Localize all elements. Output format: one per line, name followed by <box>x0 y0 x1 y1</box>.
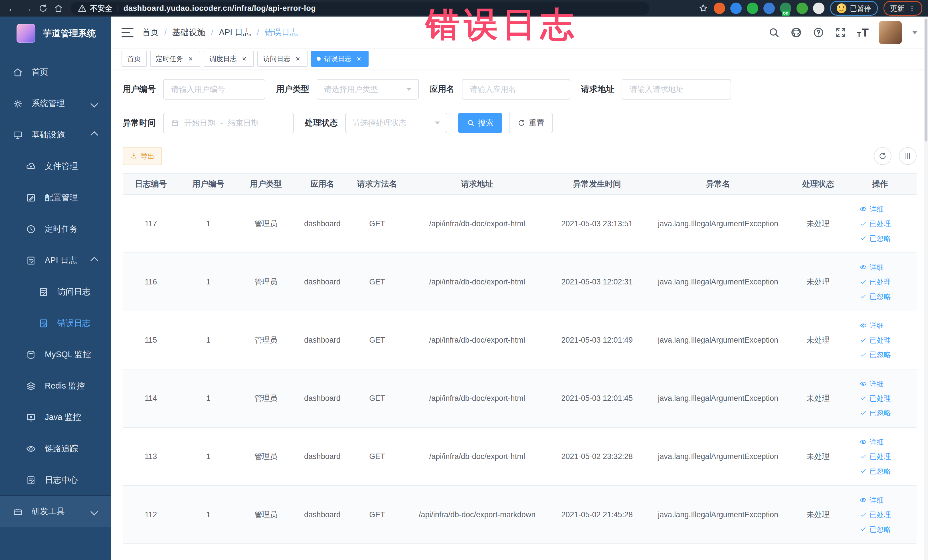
sidebar-item-api-log[interactable]: API 日志 <box>0 245 111 276</box>
back-icon[interactable]: ← <box>6 2 19 15</box>
tab-定时任务[interactable]: 定时任务× <box>150 51 200 67</box>
tab-访问日志[interactable]: 访问日志× <box>257 51 308 67</box>
app-name-input[interactable] <box>462 79 570 99</box>
avatar-caret-down-icon[interactable] <box>912 31 918 34</box>
tab-首页[interactable]: 首页 <box>122 51 147 67</box>
extension-green-check-icon[interactable] <box>747 3 758 14</box>
sidebar-item-mysql[interactable]: MySQL 监控 <box>0 339 111 370</box>
end-date-placeholder: 结束日期 <box>228 118 259 128</box>
cell-method: GET <box>351 452 404 461</box>
filter-process-status: 处理状态 请选择处理状态 <box>305 113 447 133</box>
close-tab-icon[interactable]: × <box>186 55 195 63</box>
action-已忽略[interactable]: 已忽略 <box>859 292 891 301</box>
sidebar-item-error-log[interactable]: 错误日志 <box>0 308 111 339</box>
action-已忽略[interactable]: 已忽略 <box>859 233 891 243</box>
extension-puzzle-icon[interactable] <box>813 3 824 14</box>
action-详细[interactable]: 详细 <box>859 263 884 272</box>
github-icon[interactable] <box>790 26 802 38</box>
action-已处理[interactable]: 已处理 <box>859 394 891 403</box>
home-icon[interactable] <box>52 2 65 15</box>
cell-log-id: 117 <box>123 220 179 228</box>
fullscreen-icon[interactable] <box>835 26 847 38</box>
breadcrumb-item[interactable]: 基础设施 <box>172 27 205 38</box>
action-已忽略[interactable]: 已忽略 <box>859 467 891 476</box>
action-详细[interactable]: 详细 <box>859 321 884 330</box>
extension-orange-icon[interactable] <box>714 3 725 14</box>
sidebar-item-label: 系统管理 <box>32 98 65 109</box>
action-已处理[interactable]: 已处理 <box>859 219 891 229</box>
cell-actions: 详细已处理已忽略 <box>844 496 917 534</box>
font-size-icon[interactable]: TT <box>857 27 868 38</box>
search-icon[interactable] <box>768 26 780 38</box>
date-range-picker[interactable]: 开始日期 - 结束日期 <box>163 113 294 133</box>
user-avatar[interactable] <box>879 21 902 44</box>
sidebar-item-label: API 日志 <box>45 255 77 266</box>
sidebar-item-trace[interactable]: 链路追踪 <box>0 433 111 464</box>
action-已处理[interactable]: 已处理 <box>859 336 891 345</box>
action-已忽略[interactable]: 已忽略 <box>859 408 891 418</box>
action-已忽略[interactable]: 已忽略 <box>859 525 891 534</box>
user-type-select[interactable]: 请选择用户类型 <box>317 79 419 99</box>
bookmark-star-icon[interactable] <box>698 3 708 13</box>
action-已处理[interactable]: 已处理 <box>859 510 891 519</box>
profile-paused-badge[interactable]: 已暂停 <box>830 1 878 16</box>
sidebar-item-infra[interactable]: 基础设施 <box>0 119 111 151</box>
action-已处理[interactable]: 已处理 <box>859 452 891 461</box>
action-已忽略[interactable]: 已忽略 <box>859 350 891 359</box>
sidebar-item-dev-tools[interactable]: 研发工具 <box>0 496 111 527</box>
sidebar-item-config[interactable]: 配置管理 <box>0 182 111 214</box>
export-button[interactable]: 导出 <box>123 147 162 165</box>
action-label: 详细 <box>870 263 884 272</box>
close-tab-icon[interactable]: × <box>355 55 363 63</box>
request-url-input[interactable] <box>621 79 731 99</box>
cell-app-name: dashboard <box>294 394 351 403</box>
sidebar-item-home[interactable]: 首页 <box>0 56 111 88</box>
chrome-menu-icon[interactable] <box>908 5 916 12</box>
action-详细[interactable]: 详细 <box>859 496 884 505</box>
close-tab-icon[interactable]: × <box>240 55 248 63</box>
columns-setting-icon[interactable] <box>899 147 917 165</box>
extension-green-leaf-icon[interactable] <box>797 3 808 14</box>
action-详细[interactable]: 详细 <box>859 204 884 214</box>
extension-blue-grid-icon[interactable] <box>763 3 775 14</box>
cell-status: 未处理 <box>793 277 844 287</box>
help-icon[interactable] <box>812 26 824 38</box>
column-header: 请求地址 <box>404 179 551 189</box>
eye-icon <box>859 205 867 213</box>
user-id-input[interactable] <box>163 79 265 99</box>
cell-exception: java.lang.IllegalArgumentException <box>644 452 793 461</box>
forward-icon[interactable]: → <box>21 2 34 15</box>
sidebar-item-access-log[interactable]: 访问日志 <box>0 276 111 308</box>
tab-错误日志[interactable]: 错误日志× <box>311 51 369 67</box>
sidebar-item-system[interactable]: 系统管理 <box>0 88 111 119</box>
tab-调度日志[interactable]: 调度日志× <box>204 51 254 67</box>
extension-blue-shield-icon[interactable] <box>730 3 742 14</box>
reset-button[interactable]: 重置 <box>509 113 553 133</box>
update-label: 更新 <box>890 4 904 13</box>
eye-icon <box>859 496 867 504</box>
column-header: 应用名 <box>294 179 351 189</box>
sidebar-item-file[interactable]: 文件管理 <box>0 151 111 182</box>
action-已处理[interactable]: 已处理 <box>859 277 891 287</box>
sidebar-item-redis[interactable]: Redis 监控 <box>0 370 111 402</box>
reload-icon[interactable] <box>37 2 50 15</box>
chrome-update-badge[interactable]: 更新 <box>884 1 922 16</box>
breadcrumb-item[interactable]: API 日志 <box>219 27 251 38</box>
sidebar-item-job[interactable]: 定时任务 <box>0 214 111 245</box>
address-bar[interactable]: 不安全 | dashboard.yudao.iocoder.cn/infra/l… <box>71 2 649 15</box>
sidebar-item-log-center[interactable]: 日志中心 <box>0 464 111 496</box>
cell-actions: 详细已处理已忽略 <box>844 263 917 301</box>
column-header: 操作 <box>844 179 917 189</box>
close-tab-icon[interactable]: × <box>294 55 302 63</box>
search-button[interactable]: 搜索 <box>458 113 502 133</box>
breadcrumb-item[interactable]: 首页 <box>142 27 159 38</box>
extension-on-badge-icon[interactable]: on <box>780 3 791 14</box>
action-详细[interactable]: 详细 <box>859 437 884 447</box>
app-logo[interactable]: 芋道管理系统 <box>0 17 111 48</box>
scrollbar-thumb[interactable] <box>925 19 927 142</box>
process-status-select[interactable]: 请选择处理状态 <box>345 113 447 133</box>
refresh-icon[interactable] <box>874 147 891 165</box>
sidebar-item-java[interactable]: Java 监控 <box>0 402 111 433</box>
collapse-sidebar-icon[interactable] <box>122 27 133 38</box>
action-详细[interactable]: 详细 <box>859 379 884 389</box>
